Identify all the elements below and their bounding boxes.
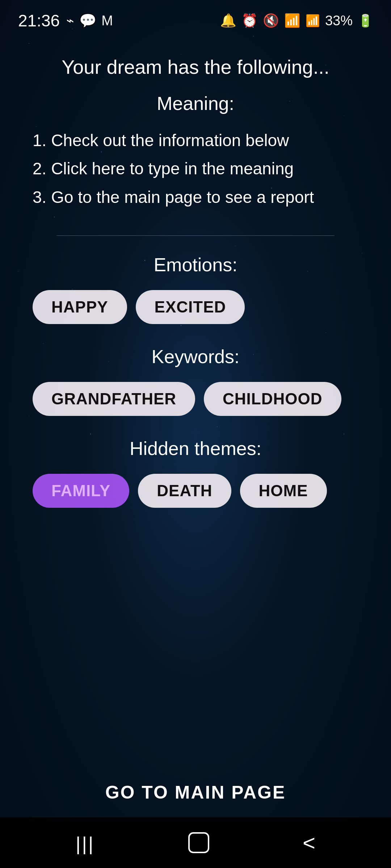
instruction-2[interactable]: 2. Click here to type in the meaning xyxy=(33,157,358,180)
emotions-title: Emotions: xyxy=(22,254,369,276)
keywords-section: Keywords: GRANDFATHER CHILDHOOD xyxy=(22,346,369,416)
meaning-title: Meaning: xyxy=(157,93,234,114)
status-right: 🔔 ⏰ 🔇 📶 📶 33% 🔋 xyxy=(220,13,373,29)
dream-intro: Your dream has the following... xyxy=(62,56,329,78)
divider xyxy=(56,235,335,236)
nav-home-button[interactable] xyxy=(188,832,209,853)
signal-icon: ⌁ xyxy=(66,13,74,28)
hidden-themes-title: Hidden themes: xyxy=(22,438,369,459)
theme-tag-home[interactable]: HOME xyxy=(240,474,327,508)
nav-menu-button[interactable] xyxy=(76,830,95,855)
battery-text: 33% xyxy=(325,13,353,29)
main-content: Your dream has the following... Meaning:… xyxy=(0,34,391,868)
emotions-tags: HAPPY EXCITED xyxy=(22,290,369,324)
theme-family-label: FAMILY xyxy=(51,482,110,499)
whatsapp-icon: 💬 xyxy=(79,13,96,29)
wifi-icon: 📶 xyxy=(284,13,300,28)
nav-bar xyxy=(0,817,391,868)
keywords-tags: GRANDFATHER CHILDHOOD xyxy=(22,382,369,416)
emotion-tag-happy[interactable]: HAPPY xyxy=(33,290,127,324)
keywords-title: Keywords: xyxy=(22,346,369,367)
alarm-icon: 🔔 xyxy=(220,13,236,28)
theme-tag-death[interactable]: DEATH xyxy=(138,474,231,508)
hidden-themes-section: Hidden themes: FAMILY DEATH HOME xyxy=(22,438,369,508)
back-chevron-icon xyxy=(303,830,315,855)
status-bar: 21:36 ⌁ 💬 M 🔔 ⏰ 🔇 📶 📶 33% 🔋 xyxy=(0,0,391,34)
battery-icon: 🔋 xyxy=(358,13,373,28)
cellular-icon: 📶 xyxy=(306,14,320,27)
status-icons: ⌁ 💬 M xyxy=(66,13,113,29)
bottom-area: GO TO MAIN PAGE xyxy=(0,775,391,810)
status-left: 21:36 ⌁ 💬 M xyxy=(18,11,113,30)
status-time: 21:36 xyxy=(18,11,60,30)
home-square-icon xyxy=(188,832,209,853)
keyword-tag-childhood[interactable]: CHILDHOOD xyxy=(204,382,341,416)
go-main-page-button[interactable]: GO TO MAIN PAGE xyxy=(91,775,300,810)
instruction-1[interactable]: 1. Check out the information below xyxy=(33,129,358,152)
instruction-3: 3. Go to the main page to see a report xyxy=(33,186,358,209)
hidden-themes-tags: FAMILY DEATH HOME xyxy=(22,474,369,508)
menu-lines-icon xyxy=(76,830,95,855)
nav-back-button[interactable] xyxy=(303,830,315,855)
theme-tag-family[interactable]: FAMILY xyxy=(33,474,129,508)
emotions-section: Emotions: HAPPY EXCITED xyxy=(22,254,369,324)
mute-icon: 🔇 xyxy=(263,13,279,28)
instructions-list: 1. Check out the information below 2. Cl… xyxy=(22,129,369,214)
clock-icon: ⏰ xyxy=(241,13,258,28)
keyword-tag-grandfather[interactable]: GRANDFATHER xyxy=(33,382,195,416)
gmail-icon: M xyxy=(101,13,113,29)
emotion-tag-excited[interactable]: EXCITED xyxy=(136,290,245,324)
